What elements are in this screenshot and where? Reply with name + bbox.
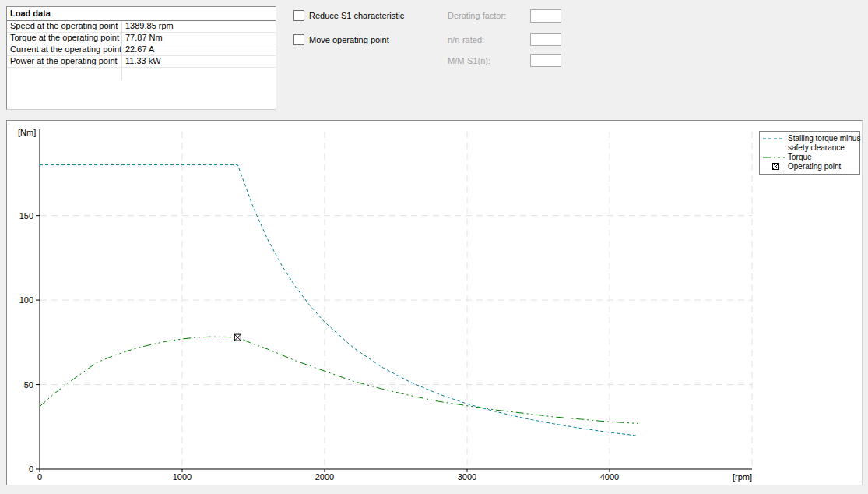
svg-text:50: 50	[24, 380, 33, 390]
checkbox-label: Move operating point	[309, 35, 389, 44]
table-row: Current at the operating point 22.67 A	[7, 44, 276, 56]
derating-factor-input	[530, 9, 561, 23]
load-data-rows: Speed at the operating point 1389.85 rpm…	[7, 21, 276, 68]
chart-legend: Stalling torque minus safety clearance T…	[759, 131, 860, 175]
row-label: Speed at the operating point	[7, 21, 121, 32]
field-label-m-m-s1n: M/M-S1(n):	[448, 56, 490, 65]
svg-text:2000: 2000	[315, 472, 334, 482]
operating-point-marker-icon	[763, 162, 788, 170]
n-n-rated-input	[530, 33, 561, 46]
torque-speed-chart: 01000200030004000050100150[Nm][rpm]	[7, 121, 862, 485]
legend-item-stalling-torque: Stalling torque minus safety clearance	[763, 134, 857, 153]
svg-text:3000: 3000	[458, 472, 476, 482]
legend-label: Torque	[788, 153, 812, 162]
svg-text:4000: 4000	[600, 472, 619, 482]
field-label-n-n-rated: n/n-rated:	[448, 35, 484, 44]
row-value: 1389.85 rpm	[121, 21, 174, 32]
legend-label: safety clearance	[788, 143, 845, 152]
checkbox-label: Reduce S1 characteristic	[309, 11, 404, 20]
svg-text:100: 100	[19, 295, 33, 305]
table-row: Torque at the operating point 77.87 Nm	[7, 33, 276, 44]
table-row: Speed at the operating point 1389.85 rpm	[7, 21, 276, 33]
column-divider	[121, 21, 122, 80]
row-value: 77.87 Nm	[121, 33, 163, 44]
row-label: Current at the operating point	[7, 44, 121, 55]
legend-label: Stalling torque minus	[788, 134, 860, 143]
dashed-line-icon	[763, 134, 788, 140]
svg-text:[Nm]: [Nm]	[18, 128, 36, 137]
load-data-panel: Load data Speed at the operating point 1…	[6, 6, 276, 110]
row-value: 11.33 kW	[121, 56, 161, 67]
checkbox-box[interactable]	[293, 34, 304, 45]
svg-text:[rpm]: [rpm]	[733, 472, 752, 482]
svg-text:0: 0	[37, 472, 42, 482]
legend-item-operating-point: Operating point	[763, 162, 857, 171]
svg-text:0: 0	[29, 464, 33, 474]
checkbox-box[interactable]	[293, 10, 304, 21]
field-label-derating-factor: Derating factor:	[448, 11, 506, 20]
row-label: Power at the operating point	[7, 56, 121, 67]
table-row: Power at the operating point 11.33 kW	[7, 56, 276, 68]
m-m-s1n-input	[530, 54, 561, 67]
legend-label: Operating point	[788, 162, 841, 171]
dash-dot-line-icon	[763, 153, 788, 159]
svg-text:150: 150	[19, 211, 33, 221]
row-value: 22.67 A	[121, 44, 154, 55]
legend-item-torque: Torque	[763, 153, 857, 162]
load-data-title: Load data	[7, 7, 276, 21]
chart-panel: 01000200030004000050100150[Nm][rpm] Stal…	[6, 120, 863, 485]
svg-text:1000: 1000	[173, 472, 192, 482]
checkbox-reduce-s1[interactable]: Reduce S1 characteristic	[293, 10, 404, 21]
checkbox-move-operating-point[interactable]: Move operating point	[293, 34, 389, 45]
row-label: Torque at the operating point	[7, 33, 121, 44]
